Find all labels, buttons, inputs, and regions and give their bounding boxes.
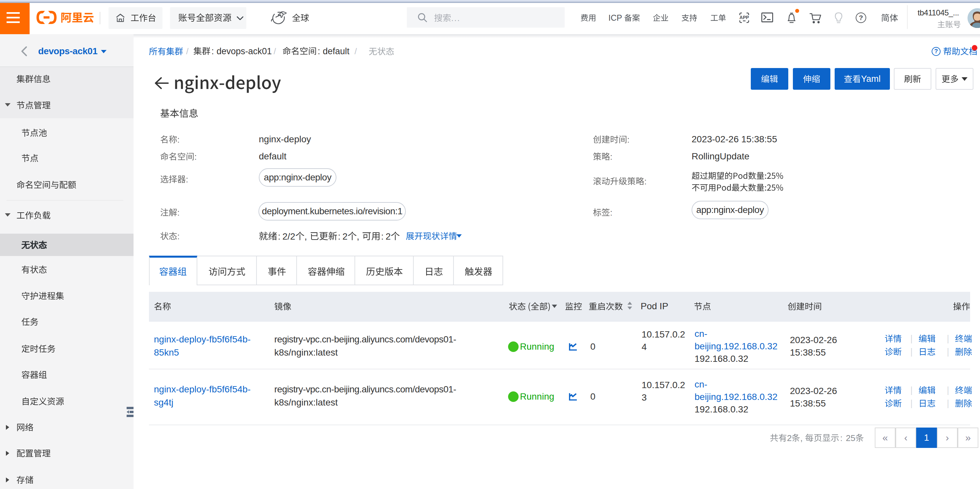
svg-text:APP: APP <box>740 15 749 20</box>
